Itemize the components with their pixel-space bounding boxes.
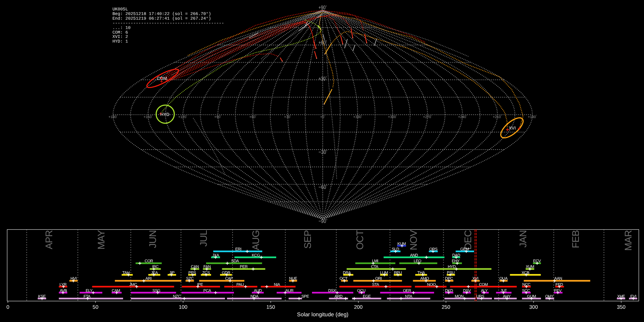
- svg-text:ALY: ALY: [481, 289, 488, 293]
- svg-text:FEB: FEB: [570, 230, 581, 248]
- svg-text:FED: FED: [556, 283, 563, 287]
- svg-text:100: 100: [179, 304, 187, 310]
- svg-text:ELY: ELY: [86, 289, 93, 293]
- svg-text:AUR: AUR: [286, 289, 294, 293]
- svg-text:NDA: NDA: [250, 294, 259, 299]
- svg-text:NCC: NCC: [522, 283, 531, 287]
- svg-text:NTA: NTA: [405, 294, 413, 299]
- svg-text:OER: OER: [403, 289, 411, 293]
- svg-text:+180°: +180°: [528, 115, 537, 119]
- svg-text:GUM: GUM: [527, 294, 536, 299]
- svg-text:LEO: LEO: [414, 259, 421, 263]
- svg-text:JMC: JMC: [129, 283, 137, 287]
- svg-text:DPC: DPC: [445, 277, 453, 281]
- svg-text:HYD: HYD: [448, 265, 456, 269]
- svg-text:MAY: MAY: [96, 230, 107, 250]
- svg-text:+330°: +330°: [353, 115, 362, 119]
- svg-text:XUM: XUM: [526, 265, 535, 269]
- svg-text:SZC: SZC: [186, 277, 194, 281]
- svg-text:EHY: EHY: [452, 259, 460, 263]
- svg-text:STA: STA: [372, 283, 379, 287]
- svg-text:KSE: KSE: [38, 294, 46, 299]
- svg-text:OHY: OHY: [545, 294, 554, 299]
- svg-text:+240°: +240°: [458, 115, 467, 119]
- svg-text:150: 150: [267, 304, 275, 310]
- svg-text:PPS: PPS: [189, 271, 196, 275]
- svg-text:ECV: ECV: [533, 259, 541, 263]
- svg-text:+120°: +120°: [178, 115, 187, 119]
- svg-text:JEA: JEA: [151, 271, 158, 275]
- svg-text:TAH: TAH: [122, 271, 130, 275]
- svg-text:0: 0: [6, 304, 9, 310]
- svg-text:ARI: ARI: [145, 277, 152, 281]
- svg-text:URS: URS: [476, 294, 484, 299]
- svg-text:PSU: PSU: [447, 271, 455, 275]
- svg-text:NOO: NOO: [427, 283, 436, 287]
- svg-text:FEV: FEV: [554, 289, 562, 293]
- svg-text:KUM: KUM: [397, 242, 406, 246]
- svg-text:IPE: IPE: [197, 283, 203, 287]
- svg-text:HYD: 1: HYD: 1: [112, 39, 128, 44]
- svg-text:CTA: CTA: [371, 265, 379, 269]
- svg-text:DRA: DRA: [343, 271, 351, 275]
- svg-text:COM: COM: [157, 76, 167, 81]
- svg-text:CAN: CAN: [191, 265, 199, 269]
- svg-text:THA: THA: [418, 271, 425, 275]
- svg-text:NOV: NOV: [408, 230, 419, 250]
- svg-text:200: 200: [354, 304, 362, 310]
- svg-text:MON: MON: [455, 294, 464, 299]
- svg-text:AVB: AVB: [60, 289, 67, 293]
- svg-text:+300°: +300°: [388, 115, 397, 119]
- svg-text:HYD: HYD: [160, 112, 170, 117]
- svg-text:XHE: XHE: [617, 294, 625, 299]
- svg-text:FTA: FTA: [84, 294, 91, 299]
- svg-text:50: 50: [93, 304, 98, 310]
- svg-text:HVI: HVI: [70, 277, 77, 281]
- svg-text:QUA: QUA: [499, 277, 508, 281]
- svg-text:DAD: DAD: [452, 253, 460, 258]
- svg-text:DKD: DKD: [445, 289, 453, 293]
- svg-text:SDA: SDA: [231, 259, 239, 263]
- svg-text:KCG: KCG: [252, 253, 260, 258]
- svg-text:XCB: XCB: [522, 271, 530, 275]
- svg-text:PER: PER: [240, 265, 248, 269]
- svg-text:AUD: AUD: [254, 289, 262, 293]
- svg-text:NIA: NIA: [274, 283, 280, 287]
- svg-text:DSV: DSV: [463, 289, 471, 293]
- svg-text:ORS: ORS: [429, 247, 438, 252]
- svg-text:350: 350: [617, 304, 625, 310]
- svg-text:JXA: JXA: [212, 253, 219, 258]
- svg-text:CAP: CAP: [225, 277, 233, 281]
- svg-text:300: 300: [529, 304, 538, 310]
- svg-text:RPU: RPU: [394, 271, 402, 275]
- svg-text:+270°: +270°: [423, 115, 432, 119]
- svg-text:AAN: AAN: [554, 277, 562, 281]
- svg-text:SCC: SCC: [522, 289, 530, 293]
- svg-text:AND: AND: [410, 253, 418, 258]
- svg-text:LUM: LUM: [380, 271, 388, 275]
- svg-text:Solar longitude (deg): Solar longitude (deg): [297, 312, 348, 318]
- svg-text:End: 20251219 06:27:41 (sol =: End: 20251219 06:27:41 (sol = 267.24°): [112, 16, 211, 21]
- svg-text:ERI: ERI: [235, 247, 241, 252]
- svg-text:PAU: PAU: [236, 283, 244, 287]
- svg-text:XVI: XVI: [472, 277, 478, 281]
- svg-text:APR: APR: [44, 230, 54, 249]
- svg-text:SSG: SSG: [152, 289, 160, 293]
- svg-text:NUE: NUE: [289, 277, 297, 281]
- svg-text:------------------------------: ----------------------------------------…: [112, 21, 224, 26]
- svg-text:GEM: GEM: [460, 247, 469, 252]
- svg-text:NZC: NZC: [173, 294, 181, 299]
- svg-text:FAN: FAN: [203, 265, 211, 269]
- svg-text:MAR: MAR: [623, 230, 634, 251]
- svg-text:CAM: CAM: [112, 289, 120, 293]
- svg-text:JUL: JUL: [198, 230, 209, 247]
- svg-text:LYR: LYR: [59, 283, 67, 287]
- svg-text:JAN: JAN: [518, 230, 528, 248]
- svg-text:250: 250: [441, 304, 450, 310]
- svg-text:XVI: XVI: [509, 126, 516, 131]
- svg-text:LMI: LMI: [372, 259, 379, 263]
- svg-text:UK005L: UK005L: [112, 7, 128, 12]
- svg-text:DEC: DEC: [463, 230, 473, 250]
- svg-text:SEP: SEP: [302, 230, 313, 249]
- svg-text:+210°: +210°: [493, 115, 502, 119]
